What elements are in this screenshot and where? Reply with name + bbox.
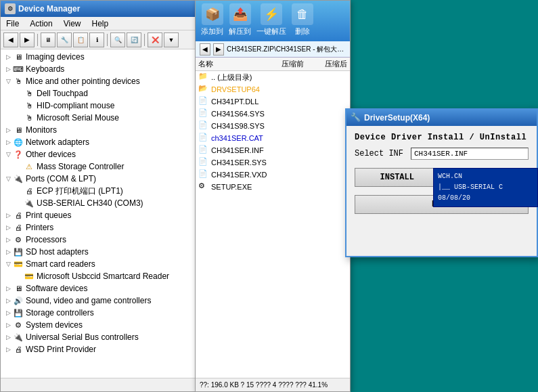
- tree-item-icon: 🖨: [24, 186, 35, 196]
- tree-item[interactable]: 🖱Microsoft Serial Mouse: [1, 112, 196, 124]
- toolbar-btn6[interactable]: 🔄: [127, 32, 141, 47]
- file-explorer-window: 📦添加到📤解压到⚡一键解压🗑删除🌐压缩包语言 ◀ ▶ CH341SER.ZIP\…: [195, 0, 351, 392]
- tree-item[interactable]: 🔌USB-SERIAL CH340 (COM3): [1, 197, 196, 209]
- fe-file-name: CH341SER.SYS: [211, 158, 347, 167]
- fe-column-header: 名称 压缩前 压缩后: [196, 58, 350, 71]
- toolbar-btn4[interactable]: ℹ: [89, 32, 104, 47]
- fe-file-name: .. (上级目录): [211, 72, 347, 83]
- fe-file-icon: ⚙: [198, 181, 209, 192]
- tree-item-label: Dell Touchpad: [37, 89, 88, 98]
- toolbar-btn7[interactable]: ❌: [148, 32, 162, 47]
- tree-item[interactable]: ▽💳Smart card readers: [1, 258, 196, 270]
- fe-addressbar: ◀ ▶ CH341SER.ZIP\CH341SER - 解包大小为 477.2 …: [196, 41, 350, 58]
- tree-item[interactable]: ⚠Mass Storage Controller: [1, 160, 196, 173]
- menu-help[interactable]: Help: [87, 17, 114, 30]
- tree-item-label: Microsoft Usbccid Smartcard Reader: [37, 271, 169, 281]
- tree-item[interactable]: ▷⚙Processors: [1, 234, 196, 246]
- tree-item[interactable]: 💳Microsoft Usbccid Smartcard Reader: [1, 270, 196, 282]
- ds-install-button[interactable]: INSTALL: [355, 168, 440, 187]
- fe-file-item[interactable]: 📄CH341PT.DLL: [196, 95, 350, 108]
- fe-toolbar-btn-1[interactable]: 📤解压到: [229, 3, 251, 37]
- tree-item-icon: 🖥: [13, 51, 24, 62]
- tree-item[interactable]: ▽🖱Mice and other pointing devices: [1, 75, 196, 87]
- menu-action[interactable]: Action: [24, 17, 58, 30]
- tree-item-label: Ports (COM & LPT): [26, 174, 96, 183]
- fe-file-item[interactable]: 📄CH341S98.SYS: [196, 120, 350, 132]
- tree-item[interactable]: ▷⌨Keyboards: [1, 63, 196, 75]
- fe-file-item[interactable]: 📄ch341SER.CAT: [196, 132, 350, 144]
- ds-inf-value[interactable]: CH341SER.INF: [411, 148, 529, 160]
- fe-filelist: 📁.. (上级目录)📂DRVSETUP64📄CH341PT.DLL📄CH341S…: [196, 71, 350, 378]
- tree-item[interactable]: 🖨ECP 打印机端口 (LPT1): [1, 185, 196, 197]
- tree-item[interactable]: ▽🔌Ports (COM & LPT): [1, 173, 196, 185]
- tree-item[interactable]: ▷🔊Sound, video and game controllers: [1, 295, 196, 307]
- tree-expand-icon: ▽: [3, 77, 13, 86]
- toolbar-btn8[interactable]: ▼: [164, 32, 179, 47]
- dm-tree: ▷🖥Imaging devices▷⌨Keyboards▽🖱Mice and o…: [1, 49, 196, 378]
- fe-file-item[interactable]: 📂DRVSETUP64: [196, 83, 350, 95]
- fe-file-name: CH341SER.VXD: [211, 171, 347, 179]
- fe-toolbar-btn-2[interactable]: ⚡一键解压: [256, 3, 286, 37]
- tree-expand-icon: ▷: [3, 345, 13, 354]
- toolbar-btn2[interactable]: 🔧: [57, 32, 72, 47]
- tree-expand-icon: ▽: [3, 174, 13, 183]
- tree-item-icon: ❓: [13, 149, 24, 160]
- col-after[interactable]: 压缩后: [307, 59, 347, 69]
- menu-file[interactable]: File: [1, 17, 24, 30]
- tree-expand-icon: ▷: [3, 320, 13, 330]
- tree-item-icon: 💳: [24, 271, 35, 282]
- tree-expand-icon: [14, 186, 24, 196]
- fe-file-item[interactable]: 📄CH341SER.SYS: [196, 156, 350, 169]
- col-name[interactable]: 名称: [198, 59, 259, 69]
- fe-file-name: CH341SER.INF: [211, 146, 347, 154]
- tree-item[interactable]: 🖱HID-compliant mouse: [1, 100, 196, 112]
- tree-item[interactable]: ▷🖨Print queues: [1, 209, 196, 221]
- menu-view[interactable]: View: [58, 17, 87, 30]
- toolbar-forward[interactable]: ▶: [20, 32, 35, 47]
- tree-item[interactable]: 🖱Dell Touchpad: [1, 87, 196, 100]
- tree-item-label: ECP 打印机端口 (LPT1): [37, 186, 123, 197]
- tree-item[interactable]: ▷⚙System devices: [1, 319, 196, 331]
- fe-nav-back[interactable]: ◀: [200, 43, 210, 56]
- toolbar-btn3[interactable]: 📋: [73, 32, 88, 47]
- tree-item-icon: 🖨: [13, 222, 24, 233]
- tree-expand-icon: [14, 271, 24, 281]
- tree-expand-icon: ▷: [3, 52, 13, 62]
- fe-toolbar-btn-0[interactable]: 📦添加到: [201, 3, 223, 37]
- tree-expand-icon: ▷: [3, 235, 13, 244]
- tree-item[interactable]: ▷💾Storage controllers: [1, 307, 196, 319]
- fe-toolbar: 📦添加到📤解压到⚡一键解压🗑删除🌐压缩包语言: [196, 1, 350, 41]
- fe-toolbar-btn-3[interactable]: 🗑删除: [292, 3, 313, 37]
- toolbar-sep-2: [107, 34, 108, 46]
- tree-item[interactable]: ▷🔌Universal Serial Bus controllers: [1, 331, 196, 343]
- fe-file-item[interactable]: 📁.. (上级目录): [196, 71, 350, 83]
- col-before[interactable]: 压缩前: [259, 59, 307, 69]
- tree-item[interactable]: ▷🌐Network adapters: [1, 136, 196, 148]
- fe-file-item[interactable]: 📄CH341SER.INF: [196, 144, 350, 156]
- fe-file-item[interactable]: 📄CH341SER.VXD: [196, 169, 350, 181]
- tree-item[interactable]: ▷💾SD host adapters: [1, 246, 196, 258]
- tree-item[interactable]: ▷🖥Monitors: [1, 124, 196, 136]
- tree-item-label: Print queues: [26, 211, 71, 220]
- fe-toolbar-label-0: 添加到: [201, 26, 223, 37]
- tree-item[interactable]: ▽❓Other devices: [1, 148, 196, 160]
- fe-file-name: CH341S64.SYS: [211, 110, 347, 118]
- tree-expand-icon: ▷: [3, 247, 13, 257]
- fe-file-name: CH341PT.DLL: [211, 97, 347, 106]
- tree-item-label: Monitors: [26, 125, 57, 135]
- tree-expand-icon: ▷: [3, 223, 13, 232]
- tree-item-icon: ⚙: [13, 234, 24, 245]
- tree-item-label: Mass Storage Controller: [37, 162, 124, 171]
- tree-item[interactable]: ▷🖥Software devices: [1, 282, 196, 295]
- tree-item[interactable]: ▷🖨WSD Print Provider: [1, 343, 196, 355]
- toolbar-btn5[interactable]: 🔍: [110, 32, 125, 47]
- fe-file-icon: 📄: [198, 121, 209, 131]
- fe-nav-forward[interactable]: ▶: [213, 43, 224, 56]
- toolbar-back[interactable]: ◀: [3, 32, 18, 47]
- tree-item-icon: ⚙: [13, 320, 24, 330]
- fe-file-item[interactable]: 📄CH341S64.SYS: [196, 108, 350, 120]
- tree-item[interactable]: ▷🖥Imaging devices: [1, 51, 196, 63]
- fe-file-item[interactable]: ⚙SETUP.EXE: [196, 181, 350, 193]
- tree-item[interactable]: ▷🖨Printers: [1, 221, 196, 234]
- toolbar-btn1[interactable]: 🖥: [41, 32, 55, 47]
